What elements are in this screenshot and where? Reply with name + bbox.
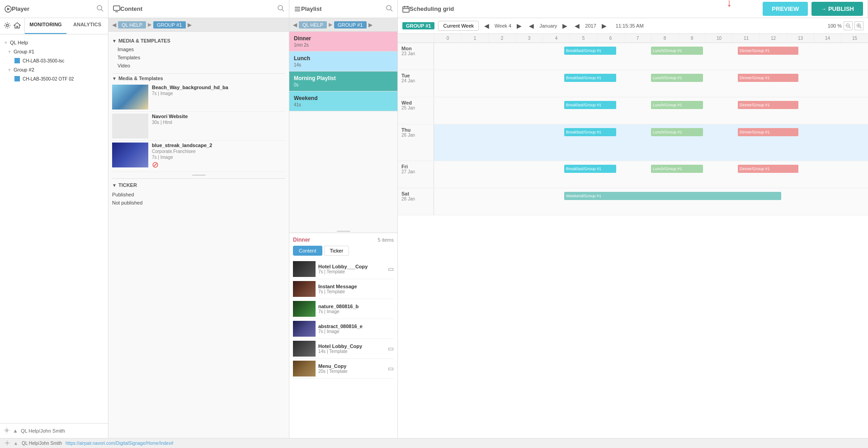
- wed-breakfast[interactable]: Breakfast/Group #1: [564, 101, 616, 109]
- week-prev-button[interactable]: ◀: [482, 21, 491, 30]
- mon-lunch[interactable]: Lunch/Group #1: [651, 47, 703, 55]
- month-prev-button[interactable]: ◀: [527, 21, 536, 30]
- monitor-icon-5[interactable]: ▭: [388, 365, 394, 372]
- zoom-in-button[interactable]: [854, 21, 863, 30]
- thu-breakfast[interactable]: Breakfast/Group #1: [564, 128, 616, 136]
- content-breadcrumb-qlhelp[interactable]: QL HELP: [118, 21, 146, 29]
- publish-button[interactable]: → PUBLISH: [811, 2, 863, 16]
- tab-content[interactable]: Content: [293, 246, 322, 256]
- settings-icon[interactable]: [4, 22, 11, 30]
- templates-item[interactable]: Templates: [118, 53, 285, 62]
- monitor-icon-4[interactable]: ▭: [388, 345, 394, 352]
- content-nav-left[interactable]: ◀: [112, 22, 116, 28]
- current-week-button[interactable]: Current Week: [438, 21, 479, 31]
- ticker-not-published[interactable]: Not published: [112, 199, 285, 207]
- tue-dinner[interactable]: Dinner/Group #1: [738, 74, 798, 82]
- fri-dinner[interactable]: Dinner/Group #1: [738, 165, 798, 173]
- video-item[interactable]: Video: [118, 62, 285, 70]
- player-search-icon[interactable]: [96, 5, 104, 13]
- expand-status-icon[interactable]: ▲: [14, 441, 18, 446]
- playlist-breadcrumb-qlhelp[interactable]: QL HELP: [299, 21, 327, 29]
- playlist-nav-right[interactable]: ▶: [368, 22, 373, 28]
- content-item-menu-copy: Menu_Copy 20s | Template ▭: [293, 359, 394, 379]
- content-item-hotel-lobby-copy: Hotel Lobby___Copy 7s | Template ▭: [293, 259, 394, 279]
- images-item[interactable]: Images: [118, 45, 285, 53]
- content-nav-right[interactable]: ▶: [188, 22, 192, 28]
- media-templates-expanded-header[interactable]: ▼ Media & Templates: [112, 73, 285, 83]
- thu-lunch[interactable]: Lunch/Group #1: [651, 128, 703, 136]
- playlist-item-weekend[interactable]: Weekend 41s: [289, 91, 397, 111]
- analytics-nav[interactable]: ANALYTICS: [66, 18, 108, 34]
- mon-date: 23 Jan: [401, 51, 430, 56]
- tue-lunch[interactable]: Lunch/Group #1: [651, 74, 703, 82]
- month-next-button[interactable]: ▶: [561, 21, 569, 30]
- user-label: QL Help/John Smith: [21, 428, 65, 434]
- nature-name: nature_080816_b: [318, 304, 394, 309]
- settings-status-icon[interactable]: [5, 440, 10, 447]
- sat-weekend[interactable]: Weekend/Group #1: [564, 192, 781, 200]
- playlist-breadcrumb-group1[interactable]: GROUP #1: [334, 21, 366, 29]
- svg-line-3: [101, 10, 103, 11]
- preview-button[interactable]: PREVIEW: [763, 2, 808, 16]
- wed-lunch[interactable]: Lunch/Group #1: [651, 101, 703, 109]
- thu-dinner[interactable]: Dinner/Group #1: [738, 128, 798, 136]
- blue-streak-meta2: 7s | Image: [152, 155, 285, 160]
- tree-root-ql-help[interactable]: ▼ QL Help: [0, 38, 108, 47]
- tue-breakfast[interactable]: Breakfast/Group #1: [564, 74, 616, 82]
- blue-streak-thumb: [112, 143, 148, 167]
- tree-group2[interactable]: ▼ Group #2: [0, 65, 108, 74]
- media-section-collapse: ▼: [112, 38, 117, 43]
- playlist-item-morning[interactable]: Morning Playlist 0s: [289, 71, 397, 91]
- tree-ch-lab-2[interactable]: CH-LAB-3500-02 OTF 02: [0, 74, 108, 83]
- ticker-section-header[interactable]: ▼ TICKER: [112, 182, 285, 188]
- blue-streak-error: ⊘: [152, 160, 159, 169]
- monitor-icon-0[interactable]: ▭: [388, 265, 394, 272]
- week-next-button[interactable]: ▶: [515, 21, 524, 30]
- playlist-nav-left[interactable]: ◀: [293, 22, 297, 28]
- monitoring-nav[interactable]: MONITORING: [25, 18, 66, 34]
- ch-lab-1-checkbox[interactable]: [14, 58, 20, 63]
- ticker-published[interactable]: Published: [112, 191, 285, 199]
- mon-breakfast[interactable]: Breakfast/Group #1: [564, 47, 616, 55]
- group2-expand-icon: ▼: [7, 67, 12, 72]
- mon-dinner[interactable]: Dinner/Group #1: [738, 47, 798, 55]
- content-search-icon[interactable]: [277, 5, 284, 13]
- grid-hour-14: 14: [814, 34, 841, 43]
- instant-message-thumb: [293, 281, 316, 297]
- content-breadcrumb-group1[interactable]: GROUP #1: [153, 21, 185, 29]
- svg-line-24: [860, 27, 861, 28]
- mon-content[interactable]: Breakfast/Group #1 Lunch/Group #1 Dinner…: [434, 43, 868, 70]
- year-prev-button[interactable]: ◀: [573, 21, 581, 30]
- playlist-item-dinner[interactable]: Dinner 1mn 2s: [289, 32, 397, 52]
- wed-label: Wed: [401, 100, 430, 105]
- fri-lunch[interactable]: Lunch/Group #1: [651, 165, 703, 173]
- sat-content[interactable]: Weekend/Group #1: [434, 188, 868, 215]
- year-next-button[interactable]: ▶: [600, 21, 609, 30]
- expand-footer-icon[interactable]: ▲: [13, 428, 18, 434]
- tree-group1[interactable]: ▼ Group #1: [0, 47, 108, 56]
- thu-content[interactable]: Breakfast/Group #1 Lunch/Group #1 Dinner…: [434, 124, 868, 161]
- grid-hour-3: 3: [515, 34, 542, 43]
- tab-ticker[interactable]: Ticker: [324, 246, 349, 256]
- grid-header: 01234567891011121314151617181920212223: [398, 34, 868, 43]
- navori-thumb: [112, 114, 148, 138]
- wed-dinner[interactable]: Dinner/Group #1: [738, 101, 798, 109]
- beach-thumb: [112, 85, 148, 110]
- fri-breakfast[interactable]: Breakfast/Group #1: [564, 165, 616, 173]
- settings-footer-icon[interactable]: [4, 427, 10, 434]
- weekend-name: Weekend: [294, 95, 393, 101]
- playlist-search-icon[interactable]: [386, 5, 393, 13]
- ch-lab-2-checkbox[interactable]: [14, 76, 20, 81]
- tue-content[interactable]: Breakfast/Group #1 Lunch/Group #1 Dinner…: [434, 70, 868, 97]
- fri-content[interactable]: Breakfast/Group #1 Lunch/Group #1 Dinner…: [434, 161, 868, 188]
- playlist-item-lunch[interactable]: Lunch 14s: [289, 52, 397, 71]
- playlist-title: Playlist: [301, 5, 322, 12]
- tree-ch-lab-1[interactable]: CH-LAB-03-3500-lsc: [0, 56, 108, 65]
- wed-content[interactable]: Breakfast/Group #1 Lunch/Group #1 Dinner…: [434, 97, 868, 124]
- media-templates-section[interactable]: ▼ MEDIA & TEMPLATES: [112, 35, 285, 45]
- home-icon[interactable]: [14, 22, 21, 30]
- instant-message-name: Instant Message: [318, 284, 394, 289]
- playlist-panel-nav: ◀ QL HELP ▶ GROUP #1 ▶: [289, 18, 397, 32]
- zoom-out-button[interactable]: [844, 21, 853, 30]
- hotel-lobby-meta: 14s | Template: [318, 349, 385, 354]
